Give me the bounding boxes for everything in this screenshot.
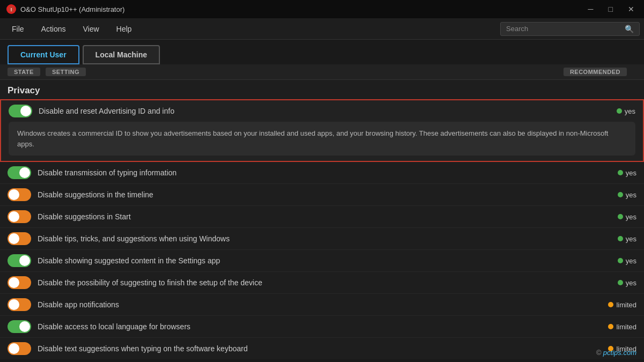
- status-s1: yes: [592, 107, 635, 115]
- toggle-s9[interactable]: [8, 320, 31, 333]
- status-s4: yes: [594, 213, 636, 221]
- menu-bar: File Actions View Help 🔍: [0, 18, 644, 40]
- status-text-s7: yes: [626, 279, 636, 287]
- setting-label-s9: Disable access to local language for bro…: [38, 322, 594, 331]
- setting-label-s1: Disable and reset Advertising ID and inf…: [39, 107, 592, 115]
- status-dot-s7: [618, 280, 623, 285]
- status-s7: yes: [594, 279, 636, 287]
- menu-help[interactable]: Help: [109, 22, 140, 36]
- setting-row-s6[interactable]: Disable showing suggested content in the…: [0, 250, 644, 272]
- setting-row-s5[interactable]: Disable tips, tricks, and suggestions wh…: [0, 228, 644, 250]
- status-s8: limited: [594, 301, 636, 309]
- status-text-s8: limited: [616, 301, 636, 309]
- tab-local-machine[interactable]: Local Machine: [83, 45, 160, 64]
- toggle-knob-s10: [9, 343, 19, 354]
- status-dot-s9: [608, 324, 613, 329]
- status-text-s2: yes: [626, 169, 636, 177]
- column-headers: STATE SETTING RECOMMENDED: [0, 64, 644, 80]
- setting-label-s10: Disable text suggestions when typing on …: [38, 344, 594, 353]
- tab-current-user[interactable]: Current User: [8, 45, 79, 64]
- search-input[interactable]: [506, 25, 620, 33]
- setting-row-s3[interactable]: Disable suggestions in the timeline yes: [0, 184, 644, 206]
- setting-label-s4: Disable suggestions in Start: [38, 212, 594, 221]
- col-state-header: STATE: [8, 68, 40, 76]
- setting-row-s4[interactable]: Disable suggestions in Start yes: [0, 206, 644, 228]
- status-dot-s2: [618, 170, 623, 175]
- setting-label-s2: Disable transmission of typing informati…: [38, 168, 594, 177]
- setting-row-s2[interactable]: Disable transmission of typing informati…: [0, 162, 644, 184]
- toggle-s6[interactable]: [8, 254, 31, 267]
- close-button[interactable]: ✕: [625, 4, 638, 14]
- main-content: Privacy Disable and reset Advertising ID…: [0, 80, 644, 359]
- toggle-knob-s4: [9, 211, 19, 222]
- setting-label-s7: Disable the possibility of suggesting to…: [38, 278, 594, 287]
- status-s3: yes: [594, 191, 636, 199]
- status-dot-s6: [618, 258, 623, 263]
- status-s6: yes: [594, 257, 636, 265]
- toggle-knob-s5: [9, 233, 19, 244]
- status-dot-s5: [618, 236, 623, 241]
- minimize-button[interactable]: ─: [585, 4, 597, 14]
- toggle-knob-s1: [20, 106, 31, 116]
- setting-row-s7[interactable]: Disable the possibility of suggesting to…: [0, 272, 644, 294]
- status-dot-s3: [618, 192, 623, 197]
- search-box[interactable]: 🔍: [500, 22, 640, 36]
- status-text-s1: yes: [625, 107, 635, 115]
- toggle-knob-s3: [9, 189, 19, 200]
- window-controls: ─ □ ✕: [585, 4, 638, 14]
- status-s9: limited: [594, 323, 636, 331]
- menu-actions[interactable]: Actions: [34, 22, 74, 36]
- toggle-knob-s6: [19, 255, 30, 266]
- toggle-s5[interactable]: [8, 232, 31, 245]
- toggle-knob-s7: [9, 277, 19, 288]
- title-bar-left: ! O&O ShutUp10++ (Administrator): [6, 4, 125, 14]
- col-recommended-header: RECOMMENDED: [564, 68, 627, 76]
- toggle-knob-s9: [19, 321, 30, 332]
- watermark-brand: pctips.com: [603, 349, 636, 357]
- toggle-knob-s8: [9, 299, 19, 310]
- status-dot-s1: [617, 108, 622, 114]
- toggle-s3[interactable]: [8, 188, 31, 201]
- section-privacy: Privacy: [0, 80, 644, 99]
- status-s5: yes: [594, 235, 636, 243]
- menu-items: File Actions View Help: [4, 22, 500, 36]
- app-icon: !: [6, 4, 16, 14]
- status-s2: yes: [594, 169, 636, 177]
- toggle-s7[interactable]: [8, 276, 31, 289]
- toggle-knob-s2: [19, 167, 30, 178]
- app-title: O&O ShutUp10++ (Administrator): [20, 5, 125, 13]
- setting-row-s1[interactable]: Disable and reset Advertising ID and inf…: [0, 99, 644, 162]
- toggle-s2[interactable]: [8, 166, 31, 179]
- status-dot-s8: [608, 302, 613, 307]
- search-icon: 🔍: [625, 25, 634, 33]
- toggle-s4[interactable]: [8, 210, 31, 223]
- setting-row-main-s1: Disable and reset Advertising ID and inf…: [1, 100, 643, 122]
- menu-file[interactable]: File: [4, 22, 32, 36]
- svg-text:!: !: [11, 7, 12, 12]
- watermark: © pctips.com: [596, 349, 636, 357]
- tabs-area: Current User Local Machine: [0, 40, 644, 64]
- status-text-s9: limited: [616, 323, 636, 331]
- status-text-s3: yes: [626, 191, 636, 199]
- toggle-s1[interactable]: [9, 105, 32, 117]
- setting-row-s10[interactable]: Disable text suggestions when typing on …: [0, 338, 644, 359]
- col-setting-header: SETTING: [46, 68, 86, 76]
- setting-label-s5: Disable tips, tricks, and suggestions wh…: [38, 234, 594, 243]
- status-text-s5: yes: [626, 235, 636, 243]
- setting-label-s3: Disable suggestions in the timeline: [38, 190, 594, 199]
- title-bar: ! O&O ShutUp10++ (Administrator) ─ □ ✕: [0, 0, 644, 18]
- status-text-s6: yes: [626, 257, 636, 265]
- setting-desc-s1: Windows creates a commercial ID to show …: [9, 122, 635, 156]
- menu-view[interactable]: View: [75, 22, 106, 36]
- setting-row-s8[interactable]: Disable app notifications limited: [0, 294, 644, 316]
- toggle-s10[interactable]: [8, 342, 31, 355]
- status-dot-s4: [618, 214, 623, 219]
- toggle-s8[interactable]: [8, 298, 31, 311]
- setting-row-s9[interactable]: Disable access to local language for bro…: [0, 316, 644, 338]
- maximize-button[interactable]: □: [605, 4, 616, 14]
- setting-label-s8: Disable app notifications: [38, 300, 594, 309]
- status-text-s4: yes: [626, 213, 636, 221]
- setting-label-s6: Disable showing suggested content in the…: [38, 256, 594, 265]
